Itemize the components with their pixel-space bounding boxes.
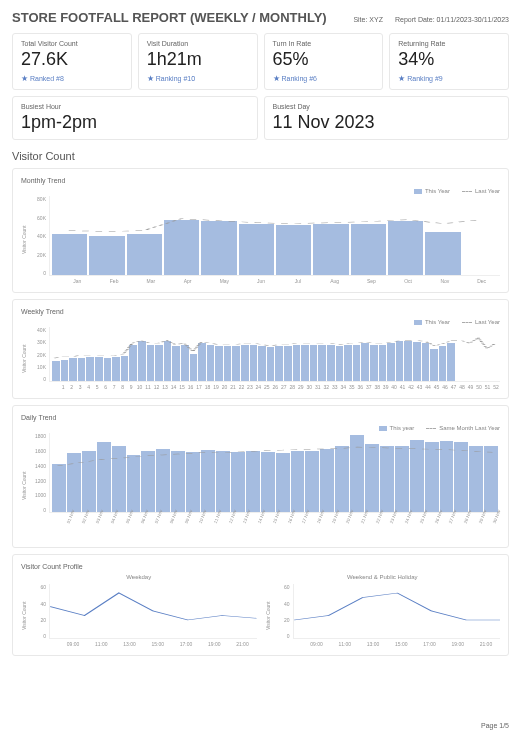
bar [95,357,103,381]
plot [293,584,501,639]
bar [97,442,111,512]
legend-this-year: This Year [414,319,450,325]
bar [69,358,77,381]
bar [361,343,369,381]
bar [344,345,352,381]
report-page: STORE FOOTFALL REPORT (WEEKLY / MONTHLY)… [0,0,521,737]
chart-weekly-trend: Weekly Trend This Year Last Year Visitor… [12,299,509,399]
bar [186,452,200,513]
bar [198,343,206,381]
chart-title: Visitor Count Profile [21,563,500,570]
legend-swatch-icon [379,426,387,431]
bar [78,358,86,381]
bar [232,346,240,381]
star-icon: ★ [398,74,405,83]
x-axis: 1234567891011121314151617181920212223242… [59,384,500,390]
bar [190,354,198,381]
bar [276,225,311,275]
y-axis-label: Visitor Count [21,327,31,390]
bar [267,347,275,381]
bar [305,451,319,512]
bar [172,346,180,381]
legend-this-year: This Year [414,188,450,194]
kpi-total-visitor: Total Visitor Count 27.6K ★Ranked #8 [12,33,132,90]
x-axis: 01 Nov02 Nov03 Nov04 Nov05 Nov06 Nov07 N… [59,515,500,539]
bar [291,451,305,512]
bar [201,450,215,512]
bar [201,221,236,275]
bars [50,433,500,512]
bar [129,345,137,381]
y-axis-label: Visitor Count [21,584,31,647]
y-axis-label: Visitor Count [21,196,31,284]
chart-daily-trend: Daily Trend This year Same Month Last Ye… [12,405,509,548]
page-title: STORE FOOTFALL REPORT (WEEKLY / MONTHLY) [12,10,327,25]
bar [350,435,364,512]
star-icon: ★ [21,74,28,83]
kpi-rank: ★Ranking #9 [398,74,500,83]
chart-plot-area: 6040200 [31,584,257,639]
chart-title: Monthly Trend [21,177,500,184]
y-axis-label: Visitor Count [265,584,275,647]
bar [484,446,498,512]
busiest-day-card: Busiest Day 11 Nov 2023 [264,96,510,141]
report-header: STORE FOOTFALL REPORT (WEEKLY / MONTHLY)… [12,10,509,25]
legend-line-icon [462,191,472,192]
kpi-rank: ★Ranked #8 [21,74,123,83]
bar [67,453,81,512]
bar [112,357,120,381]
bar [156,449,170,513]
kpi-label: Busiest Day [273,103,501,110]
plot [49,196,500,276]
profile-row: Weekday Visitor Count 6040200 09:0011:00… [21,574,500,647]
legend-line-icon [426,428,436,429]
bar [112,446,126,512]
x-axis: 09:0011:0013:0015:0017:0019:0021:00 [303,641,501,647]
star-icon: ★ [273,74,280,83]
bar [239,224,274,275]
chart-plot-area: 40K30K20K10K0 [31,327,500,382]
bar [86,357,94,381]
bars [50,196,500,275]
kpi-value: 11 Nov 2023 [273,112,501,134]
bar [164,341,172,382]
bar [447,343,455,381]
y-axis: 80K60K40K20K0 [31,196,49,276]
kpi-label: Visit Duration [147,40,249,47]
bar [404,341,412,382]
bar [388,221,423,275]
legend-this-year: This year [379,425,415,431]
bar [52,464,66,512]
kpi-label: Turn In Rate [273,40,375,47]
bar [61,360,69,382]
bar [310,345,318,381]
y-axis-label: Visitor Count [21,433,31,539]
bar [327,345,335,381]
bar [141,451,155,512]
kpi-row: Total Visitor Count 27.6K ★Ranked #8 Vis… [12,33,509,90]
bar [440,441,454,513]
bar [121,356,129,382]
legend-last-year: Last Year [462,188,500,194]
plot [49,584,257,639]
bars [50,327,500,381]
bar [353,345,361,381]
plot [49,327,500,382]
bar [258,346,266,381]
bar [439,346,447,381]
bar [155,345,163,381]
bar [413,342,421,381]
kpi-visit-duration: Visit Duration 1h21m ★Ranking #10 [138,33,258,90]
bar [335,446,349,512]
bar [454,442,468,512]
header-meta: Site: XYZ Report Date: 01/11/2023-30/11/… [353,16,509,23]
bar [261,452,275,513]
bar [250,345,258,381]
bar [138,341,146,382]
x-axis: 09:0011:0013:0015:0017:0019:0021:00 [59,641,257,647]
bar [365,444,379,512]
kpi-value: 1h21m [147,49,249,71]
bar [215,346,223,381]
plot [49,433,500,513]
bar [89,236,124,276]
